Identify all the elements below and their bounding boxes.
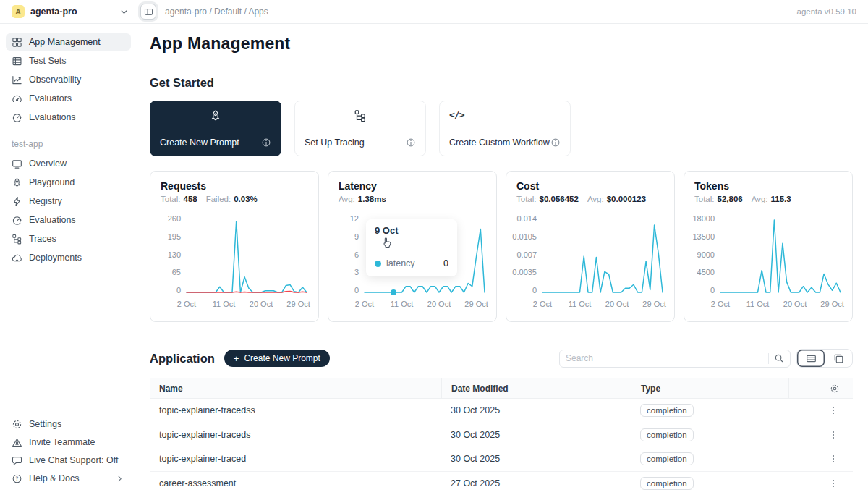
stat-value: 115.3 xyxy=(771,195,791,203)
sidebar-item-playground[interactable]: Playground xyxy=(6,174,131,191)
create-new-prompt-card[interactable]: Create New Prompt xyxy=(150,101,281,156)
create-new-prompt-button[interactable]: + Create New Prompt xyxy=(224,350,330,367)
sidebar-item-evaluators[interactable]: Evaluators xyxy=(6,90,131,107)
y-axis: 1800013500900045000 xyxy=(694,213,720,295)
get-started-heading: Get Started xyxy=(150,76,853,90)
panel-icon xyxy=(144,7,153,17)
chart-title: Requests xyxy=(161,180,308,192)
search-input[interactable] xyxy=(566,353,765,363)
series-cost xyxy=(542,225,663,292)
breadcrumb[interactable]: agenta-pro / Default / Apps xyxy=(165,7,268,17)
series-requests xyxy=(187,221,307,292)
set-up-tracing-card[interactable]: Set Up Tracing xyxy=(294,101,426,156)
y-axis-tick: 65 xyxy=(172,268,181,276)
sidebar-item-help-docs[interactable]: ? Help & Docs xyxy=(6,470,131,487)
sidebar-item-evaluations[interactable]: Evaluations xyxy=(6,109,131,126)
speedometer-icon xyxy=(12,215,22,226)
search-box xyxy=(559,350,791,368)
sidebar-item-settings[interactable]: Settings xyxy=(6,415,131,433)
stat-label: Avg: xyxy=(339,195,355,203)
x-axis-tick: 11 Oct xyxy=(213,300,236,308)
column-settings[interactable] xyxy=(788,378,853,398)
x-axis-tick: 11 Oct xyxy=(569,300,592,308)
y-axis-tick: 0 xyxy=(176,286,181,295)
sidebar-item-label: Registry xyxy=(29,196,62,206)
x-axis-tick: 2 Oct xyxy=(711,300,730,308)
table-row[interactable]: topic-explainer-traced 30 Oct 2025 compl… xyxy=(150,447,853,472)
app-date-modified: 30 Oct 2025 xyxy=(441,430,631,440)
series-failed xyxy=(187,292,307,293)
card-view-button[interactable] xyxy=(825,350,852,367)
sidebar-item-app-evaluations[interactable]: Evaluations xyxy=(6,211,131,229)
y-axis-tick: 0.007 xyxy=(516,250,537,259)
tooltip-date: 9 Oct xyxy=(375,225,448,236)
x-axis-tick: 11 Oct xyxy=(391,300,414,308)
y-axis-tick: 260 xyxy=(168,214,181,223)
chart-stats: Avg:1.38ms xyxy=(339,195,486,203)
main-content: App Management Get Started Create New Pr… xyxy=(137,24,868,495)
column-header-type: Type xyxy=(631,378,788,398)
grid-icon xyxy=(12,37,22,48)
stat-value: $0.056452 xyxy=(540,195,579,203)
hand-cursor-icon xyxy=(381,237,393,249)
sidebar-item-live-chat-support[interactable]: Live Chat Support: Off xyxy=(6,452,131,469)
chart-stats: Total:52,806 Avg:115.3 xyxy=(694,195,842,203)
row-menu-button[interactable] xyxy=(828,478,853,488)
info-icon[interactable] xyxy=(261,138,271,148)
sidebar-item-label: Live Chat Support: Off xyxy=(29,455,118,465)
stat-label: Total: xyxy=(161,195,181,203)
sidebar-item-label: Traces xyxy=(29,234,56,244)
x-axis-tick: 20 Oct xyxy=(783,300,807,308)
table-row[interactable]: topic-explainer-tracedss 30 Oct 2025 com… xyxy=(150,399,853,423)
row-menu-button[interactable] xyxy=(828,454,853,464)
row-menu-button[interactable] xyxy=(828,405,853,415)
y-axis-tick: 0 xyxy=(354,286,359,295)
sidebar-item-test-sets[interactable]: Test Sets xyxy=(6,52,131,69)
x-axis-tick: 2 Oct xyxy=(177,300,196,308)
view-toggle xyxy=(796,349,853,368)
workspace-selector[interactable]: A agenta-pro xyxy=(12,5,129,18)
create-custom-workflow-card[interactable]: </> Create Custom Workflow xyxy=(439,101,571,156)
tree-icon xyxy=(12,234,22,245)
sidebar-item-label: Settings xyxy=(29,419,61,429)
workspace-name: agenta-pro xyxy=(30,7,114,17)
x-axis-tick: 29 Oct xyxy=(642,300,665,308)
sidebar-item-observability[interactable]: Observability xyxy=(6,71,131,88)
table-row[interactable]: career-assessment 27 Oct 2025 completion xyxy=(150,472,853,495)
sidebar-item-deployments[interactable]: Deployments xyxy=(6,249,131,266)
sidebar-item-invite-teammate[interactable]: Invite Teammate xyxy=(6,433,131,451)
sidebar-toggle-button[interactable] xyxy=(140,4,156,20)
sidebar-item-label: Overview xyxy=(29,158,67,169)
create-button-label: Create New Prompt xyxy=(244,353,320,363)
stat-label: Avg: xyxy=(587,195,604,203)
table-row[interactable]: topic-explainer-traceds 30 Oct 2025 comp… xyxy=(150,423,853,448)
app-name: topic-explainer-tracedss xyxy=(150,405,441,415)
y-axis-tick: 13500 xyxy=(692,232,715,241)
lightning-icon xyxy=(12,196,22,207)
x-axis-tick: 29 Oct xyxy=(286,300,310,308)
x-axis-tick: 11 Oct xyxy=(746,300,770,308)
gear-icon xyxy=(830,384,840,394)
info-icon[interactable] xyxy=(550,138,561,148)
topbar: A agenta-pro agenta-pro / Default / Apps… xyxy=(0,0,868,24)
info-icon[interactable] xyxy=(406,138,416,148)
sidebar-item-label: Test Sets xyxy=(29,56,66,66)
sidebar-item-registry[interactable]: Registry xyxy=(6,192,131,210)
sidebar-item-label: Evaluations xyxy=(29,112,76,122)
row-menu-button[interactable] xyxy=(828,430,853,440)
code-icon: </> xyxy=(449,109,561,120)
sidebar-item-traces[interactable]: Traces xyxy=(6,230,131,248)
workspace-avatar: A xyxy=(12,5,25,18)
y-axis: 260195130650 xyxy=(161,213,187,295)
application-heading: Application xyxy=(150,352,215,365)
series-tokens xyxy=(720,220,841,292)
sidebar-item-overview[interactable]: Overview xyxy=(6,155,131,172)
chevron-right-icon xyxy=(114,475,125,483)
chart-stats: Total:$0.056452 Avg:$0.000123 xyxy=(516,195,664,203)
sidebar-item-app-management[interactable]: App Management xyxy=(6,33,131,51)
app-date-modified: 30 Oct 2025 xyxy=(441,405,631,415)
search-icon[interactable] xyxy=(774,353,784,363)
y-axis-tick: 18000 xyxy=(692,214,715,223)
sidebar-section-label: test-app xyxy=(12,139,125,149)
table-view-button[interactable] xyxy=(797,350,825,367)
